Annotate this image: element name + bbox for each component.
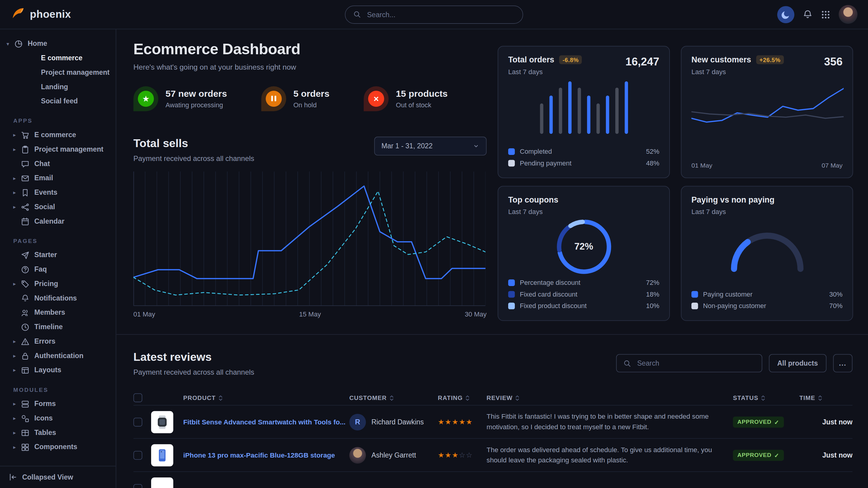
sidebar-item-label: Forms <box>34 400 56 408</box>
sidebar-item-authentication[interactable]: ▸Authentication <box>0 349 116 363</box>
sidebar-item-email[interactable]: ▸Email <box>0 171 116 185</box>
status-badge: APPROVED ✓ <box>733 417 783 428</box>
sidebar-item-calendar[interactable]: ▸Calendar <box>0 214 116 228</box>
sidebar-section-label: MODULES <box>13 387 116 393</box>
donut-center-value: 72% <box>556 219 612 274</box>
column-header-rating[interactable]: RATING <box>438 395 487 401</box>
total-sells-title: Total sells <box>133 136 254 150</box>
notifications-button[interactable] <box>803 9 812 19</box>
rating-stars: ★★★★★ <box>438 418 487 426</box>
sidebar-item-project-management[interactable]: ▸Project management <box>0 142 116 157</box>
reviews-title: Latest reviews <box>133 350 254 363</box>
all-products-button[interactable]: All products <box>769 354 826 372</box>
caret-right-icon: ▸ <box>13 132 21 138</box>
more-options-button[interactable]: ... <box>833 354 852 372</box>
page-title: Ecommerce Dashboard <box>133 40 487 58</box>
row-checkbox[interactable] <box>133 484 142 488</box>
card-title: Top coupons <box>508 195 558 204</box>
legend-label: Pending payment <box>520 159 571 167</box>
card-period: Last 7 days <box>508 68 582 76</box>
cross-icon: × <box>364 86 389 111</box>
date-range-value: Mar 1 - 31, 2022 <box>381 142 433 150</box>
reviews-search[interactable] <box>616 354 763 372</box>
theme-toggle-button[interactable] <box>777 6 795 23</box>
global-search[interactable] <box>345 5 523 24</box>
card-total-orders: Total orders -6.8% Last 7 days 16,247 Co… <box>498 46 670 178</box>
row-checkbox[interactable] <box>133 418 142 426</box>
product-thumbnail[interactable] <box>151 444 173 466</box>
sidebar-item-chat[interactable]: ▸Chat <box>0 157 116 171</box>
sidebar-item-label: Icons <box>34 415 53 422</box>
shapes-icon <box>21 414 30 423</box>
date-range-select[interactable]: Mar 1 - 31, 2022 <box>374 136 487 155</box>
apps-grid-button[interactable] <box>821 10 830 19</box>
legend-row: Completed52% <box>508 145 659 157</box>
table-icon <box>21 429 30 437</box>
sidebar-item-label: Social <box>34 203 55 211</box>
brand[interactable]: phoenix <box>0 6 71 23</box>
legend-row: Percentage discount72% <box>508 277 659 289</box>
stat-item: ★57 new ordersAwating processing <box>133 86 227 111</box>
sidebar-item-timeline[interactable]: ▸Timeline <box>0 320 116 334</box>
column-header-customer[interactable]: CUSTOMER <box>349 395 438 401</box>
sidebar-item-tables[interactable]: ▸Tables <box>0 425 116 440</box>
sidebar-item-errors[interactable]: ▸Errors <box>0 334 116 349</box>
product-link[interactable]: iPhone 13 pro max-Pacific Blue-128GB sto… <box>183 451 349 459</box>
form-icon <box>21 400 30 408</box>
user-avatar[interactable] <box>839 5 858 24</box>
card-title: Paying vs non paying <box>691 195 774 204</box>
sidebar-item-components[interactable]: ▸Components <box>0 440 116 454</box>
sidebar-item-label: Starter <box>34 251 57 259</box>
legend-value: 18% <box>646 290 659 298</box>
sidebar-item-forms[interactable]: ▸Forms <box>0 397 116 411</box>
sidebar-item-notifications[interactable]: ▸Notifications <box>0 291 116 305</box>
sidebar-subitem-landing[interactable]: Landing <box>0 79 116 94</box>
product-thumbnail[interactable] <box>151 411 173 433</box>
sidebar-subitem-social-feed[interactable]: Social feed <box>0 94 116 108</box>
stats-row: ★57 new ordersAwating processing5 orders… <box>133 86 487 111</box>
table-body: Fitbit Sense Advanced Smartwatch with To… <box>133 405 852 488</box>
total-orders-bar-chart <box>536 82 631 134</box>
sidebar-item-events[interactable]: ▸Events <box>0 185 116 200</box>
x-tick: 07 May <box>822 162 842 169</box>
cart-icon <box>21 131 30 139</box>
sidebar-item-home[interactable]: ▾Home <box>0 36 116 51</box>
sidebar-item-layouts[interactable]: ▸Layouts <box>0 363 116 378</box>
grid-icon <box>821 10 830 19</box>
column-header-time[interactable]: TIME <box>799 395 852 401</box>
stat-value: 57 new orders <box>165 89 227 99</box>
row-checkbox[interactable] <box>133 451 142 459</box>
customer-cell[interactable]: Ashley Garrett <box>349 447 438 463</box>
collapse-view-button[interactable]: Collapsed View <box>0 466 116 488</box>
reviews-search-input[interactable] <box>636 359 755 367</box>
product-link[interactable]: Fitbit Sense Advanced Smartwatch with To… <box>183 418 349 426</box>
column-header-review[interactable]: REVIEW <box>487 395 733 401</box>
column-header-product[interactable]: PRODUCT <box>183 395 349 401</box>
legend-row: Non-paying customer70% <box>691 300 842 312</box>
sidebar-item-faq[interactable]: ▸Faq <box>0 262 116 277</box>
legend-swatch <box>508 291 515 297</box>
sidebar-subitem-project-management[interactable]: Project management <box>0 65 116 80</box>
pie-icon <box>14 39 23 48</box>
caret-right-icon: ▸ <box>13 175 21 181</box>
column-header-status[interactable]: STATUS <box>733 395 799 401</box>
sidebar-item-social[interactable]: ▸Social <box>0 200 116 214</box>
stat-item: 5 ordersOn hold <box>261 86 329 111</box>
new-customers-value: 356 <box>824 56 842 68</box>
card-top-coupons: Top coupons Last 7 days 72% Percentage d… <box>498 186 670 321</box>
sidebar-item-starter[interactable]: ▸Starter <box>0 248 116 262</box>
caret-right-icon: ▸ <box>13 401 21 406</box>
sidebar-item-pricing[interactable]: ▸Pricing <box>0 277 116 291</box>
customer-cell[interactable]: RRichard Dawkins <box>349 414 438 430</box>
sidebar-item-icons[interactable]: ▸Icons <box>0 411 116 426</box>
star-icon: ★ <box>133 86 158 111</box>
components-icon <box>21 443 30 451</box>
sidebar-item-e-commerce[interactable]: ▸E commerce <box>0 128 116 142</box>
sidebar-subitem-e-commerce[interactable]: E commerce <box>0 51 116 65</box>
product-thumbnail[interactable] <box>151 477 173 488</box>
search-input[interactable] <box>366 10 515 19</box>
review-time: Just now <box>799 451 852 459</box>
select-all-checkbox[interactable] <box>133 393 142 402</box>
sidebar-item-label: Tables <box>34 429 56 436</box>
sidebar-item-members[interactable]: ▸Members <box>0 305 116 320</box>
